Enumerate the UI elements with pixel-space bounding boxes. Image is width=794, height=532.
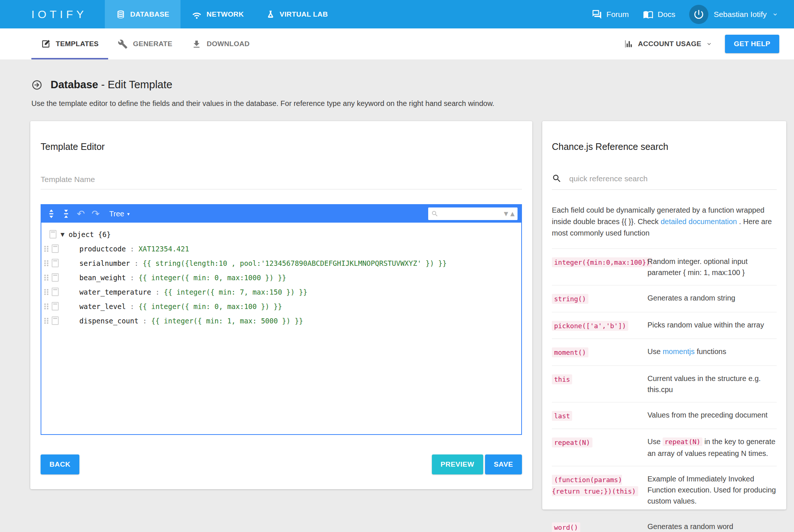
tree-row[interactable]: bean_weight : {{ integer({ min: 0, max:1…	[41, 270, 521, 285]
row-menu-icon[interactable]	[52, 244, 59, 253]
tree-field-name[interactable]: bean_weight	[79, 274, 126, 282]
tree-row[interactable]: water_temperature : {{ integer({ min: 7,…	[41, 285, 521, 299]
editor-search-input[interactable]	[441, 210, 502, 217]
avatar	[689, 5, 708, 24]
tree-row[interactable]: water_level : {{ integer({ min: 0, max:1…	[41, 299, 521, 313]
tree-field-name[interactable]: dispense_count	[79, 317, 138, 325]
collapse-all-icon[interactable]	[60, 207, 72, 220]
function-description: Use repeat(N) in the key to generate an …	[642, 436, 777, 459]
search-next-icon[interactable]: ▼	[504, 210, 508, 217]
sub-navbar: TEMPLATES GENERATE DOWNLOAD ACCOUNT USAG…	[0, 28, 794, 59]
tree-field-value[interactable]: {{ integer({ min: 0, max:100 }) }}	[138, 302, 282, 310]
wifi-icon	[192, 9, 202, 20]
function-description: Current values in the structure e.g. thi…	[642, 373, 777, 395]
row-menu-icon[interactable]	[49, 230, 56, 238]
tree-field-value[interactable]: {{ integer({ min: 1, max: 5000 }) }}	[151, 317, 303, 325]
tree-row[interactable]: serialnumber : {{ string({length:10 , po…	[41, 256, 521, 270]
row-menu-icon[interactable]	[52, 288, 59, 296]
drag-handle-icon[interactable]	[44, 246, 48, 252]
row-menu-icon[interactable]	[52, 302, 59, 310]
reference-row: thisCurrent values in the structure e.g.…	[552, 365, 777, 402]
function-code-chip: word()	[552, 522, 580, 532]
tab-network[interactable]: NETWORK	[181, 0, 255, 28]
template-name-input[interactable]	[41, 175, 522, 184]
caret-down-icon: ▾	[127, 211, 130, 217]
tab-templates[interactable]: TEMPLATES	[31, 28, 108, 59]
account-usage-dropdown[interactable]: ACCOUNT USAGE	[624, 39, 712, 49]
template-editor-title: Template Editor	[41, 141, 522, 152]
collapse-caret-icon[interactable]: ▼	[61, 231, 65, 237]
function-description: Random integer. optional input parameter…	[642, 256, 777, 278]
tree-row[interactable]: productcode : XAT12354.421	[41, 241, 521, 256]
inline-link[interactable]: detailed documentation	[661, 217, 737, 226]
mode-dropdown[interactable]: Tree ▾	[109, 210, 130, 218]
account-usage-label: ACCOUNT USAGE	[638, 40, 701, 48]
drag-handle-icon[interactable]	[44, 318, 48, 324]
drag-handle-icon[interactable]	[44, 289, 48, 295]
redo-icon[interactable]: ↷	[89, 207, 102, 220]
function-code-chip: integer({min:0,max:100})	[552, 257, 652, 267]
reference-title: Chance.js Reference search	[552, 141, 777, 152]
iotify-logo[interactable]: IOTIFY	[0, 0, 105, 28]
power-icon	[693, 8, 705, 20]
arrow-circle-icon[interactable]	[31, 79, 42, 90]
forum-link[interactable]: Forum	[592, 9, 629, 20]
save-button[interactable]: SAVE	[485, 454, 522, 474]
tree-field-value[interactable]: {{ integer({ min: 0, max:1000 }) }}	[138, 274, 286, 282]
drag-handle-icon[interactable]	[44, 303, 48, 309]
function-code-chip: repeat(N)	[552, 437, 592, 447]
tree-field-name[interactable]: productcode	[79, 245, 126, 253]
function-code-cell: integer({min:0,max:100})	[552, 256, 642, 278]
docs-link[interactable]: Docs	[643, 9, 676, 20]
tree-field-value[interactable]: {{ integer({ min: 7, max:150 }) }}	[164, 288, 307, 296]
tree-row[interactable]: dispense_count : {{ integer({ min: 1, ma…	[41, 313, 521, 328]
function-description: Generates a random string	[642, 292, 777, 305]
user-name: Sebastian Iotify	[714, 10, 767, 19]
function-code-cell: last	[552, 409, 642, 422]
tab-download[interactable]: DOWNLOAD	[182, 28, 259, 59]
tree-field-value[interactable]: XAT12354.421	[138, 245, 189, 253]
expand-all-icon[interactable]	[45, 207, 58, 220]
back-button[interactable]: BACK	[41, 454, 79, 474]
tree-field-name[interactable]: water_level	[79, 302, 126, 310]
tree-field-name[interactable]: water_temperature	[79, 288, 151, 296]
docs-label: Docs	[658, 10, 676, 19]
function-code-cell: string()	[552, 292, 642, 305]
reference-card: Chance.js Reference search Each field co…	[542, 121, 786, 509]
tab-database[interactable]: DATABASE	[105, 0, 181, 28]
user-menu[interactable]: Sebastian Iotify	[689, 5, 778, 24]
reference-table: integer({min:0,max:100})Random integer. …	[552, 248, 777, 532]
tree-root-label: object {6}	[69, 230, 111, 238]
reference-search-wrap	[552, 174, 777, 190]
function-code-chip: this	[552, 374, 572, 384]
drag-handle-icon[interactable]	[44, 260, 48, 266]
reference-search-input[interactable]	[569, 174, 777, 183]
bar-chart-icon	[624, 39, 633, 49]
row-menu-icon[interactable]	[52, 316, 59, 325]
top-navbar: IOTIFY DATABASE NETWORK VIRTUAL LAB Fo	[0, 0, 794, 28]
function-code-chip: pickone(['a','b'])	[552, 321, 628, 331]
reference-row: pickone(['a','b'])Picks random value wit…	[552, 312, 777, 339]
tree-root-row[interactable]: ▼ object {6}	[41, 227, 521, 241]
row-menu-icon[interactable]	[52, 259, 59, 267]
subnav-right: ACCOUNT USAGE GET HELP	[624, 28, 779, 59]
inline-link[interactable]: momentjs	[663, 347, 695, 356]
chevron-down-icon	[706, 41, 712, 47]
tab-generate[interactable]: GENERATE	[108, 28, 182, 59]
function-code-chip: moment()	[552, 347, 588, 357]
drag-handle-icon[interactable]	[44, 275, 48, 281]
get-help-button[interactable]: GET HELP	[725, 35, 779, 53]
tree-field-name[interactable]: serialnumber	[79, 259, 130, 267]
function-code-cell: (function(params){return true;})(this)	[552, 473, 642, 507]
chat-icon	[592, 9, 602, 20]
page-header: Database - Edit Template Use the templat…	[0, 59, 794, 108]
tree-field-value[interactable]: {{ string({length:10 , pool:'1234567890A…	[143, 259, 447, 267]
preview-button[interactable]: PREVIEW	[432, 454, 483, 474]
function-description: Generates a random word	[642, 521, 777, 532]
row-menu-icon[interactable]	[52, 273, 59, 282]
json-tree-rows: productcode : XAT12354.421serialnumber :…	[41, 241, 521, 328]
search-prev-icon[interactable]: ▲	[510, 210, 515, 217]
function-code-cell: repeat(N)	[552, 436, 642, 459]
undo-icon[interactable]: ↶	[75, 207, 87, 220]
tab-virtual-lab[interactable]: VIRTUAL LAB	[255, 0, 339, 28]
